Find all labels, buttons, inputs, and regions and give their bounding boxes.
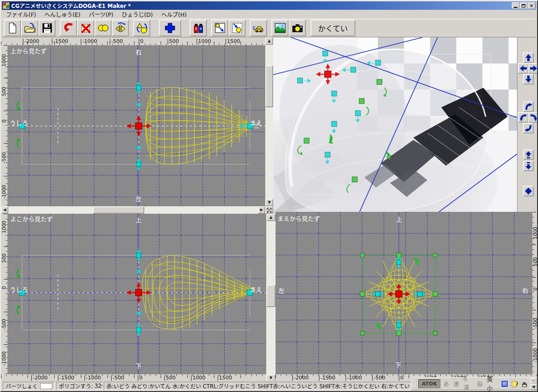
ruler-front-view-vertical: 10005000-500-1000: [532, 212, 538, 374]
confirm-button[interactable]: かくてい: [311, 20, 355, 36]
mirror-button[interactable]: [112, 20, 129, 36]
fit-view-button[interactable]: [265, 206, 273, 214]
ruler-tick-label: -500: [1, 152, 7, 163]
scroll-down-button[interactable]: ▼: [265, 199, 273, 206]
move-icon: [231, 22, 243, 34]
minimize-button[interactable]: [512, 2, 519, 9]
mirror-icon: [114, 22, 127, 34]
polygon-count-value: 326: [95, 383, 103, 389]
menu-item-display[interactable]: ひょうじ(D): [118, 9, 157, 19]
atok-menu-button[interactable]: [501, 379, 509, 388]
scroll-up-button[interactable]: ▲: [265, 37, 273, 45]
atok-mode-eisho[interactable]: 英小: [485, 375, 499, 392]
scale-handle[interactable]: [20, 124, 25, 129]
side-view-canvas[interactable]: よこから見たず 上 下 うしろ まえ: [7, 214, 266, 374]
render-button[interactable]: [289, 20, 306, 36]
section-handle[interactable]: [137, 146, 141, 149]
undo-button[interactable]: [60, 20, 77, 36]
preview-3d-canvas[interactable]: [273, 37, 517, 212]
pan-left-button[interactable]: [518, 63, 529, 74]
open-icon: [24, 22, 36, 34]
convert-button[interactable]: [133, 20, 150, 36]
new-button[interactable]: [4, 20, 21, 36]
window-title: CGアニメせいさくシステムDOGA-E1 Maker *: [11, 2, 511, 9]
help-text: 赤:いどう みどり:かいてん 水:かくだい CTRL:グリッドむこう SHIFT…: [106, 382, 410, 390]
fit-view-icon: [267, 208, 272, 213]
zoom-in-button[interactable]: [523, 149, 534, 160]
ruler-tick-label: 500: [1, 253, 7, 263]
ruler-tick-label: 1000: [1, 54, 7, 67]
top-view-canvas[interactable]: 上から見たず 右 左 うしろ まえ: [7, 45, 265, 206]
add-part-button[interactable]: [159, 20, 181, 36]
ruler-tick-label: -500: [532, 318, 538, 329]
ruler-tick-label: -1500: [52, 39, 68, 44]
rotate-right-button[interactable]: [528, 112, 538, 123]
atok-title[interactable]: ATOK: [418, 379, 440, 388]
pan-up-button[interactable]: [523, 52, 534, 63]
open-button[interactable]: [21, 20, 38, 36]
front-view-canvas[interactable]: まえから見たず 上 下 左 右: [276, 212, 532, 374]
reset-view-button[interactable]: [523, 186, 534, 196]
scale-handle[interactable]: [247, 290, 253, 295]
paint-button[interactable]: [190, 20, 207, 36]
atok-mode-kana[interactable]: あ: [442, 379, 451, 388]
atok-mode-general[interactable]: 般: [475, 379, 484, 388]
delete-button[interactable]: [77, 20, 94, 36]
diamond-icon: [524, 187, 532, 195]
atok-memo-button[interactable]: [510, 379, 519, 388]
scroll-thumb[interactable]: [266, 285, 276, 307]
background-button[interactable]: [271, 20, 289, 36]
memo-icon: [511, 380, 518, 387]
close-button[interactable]: ×: [528, 2, 535, 9]
rotate-right-icon: [530, 113, 538, 121]
atok-hand-button[interactable]: [520, 379, 529, 388]
menu-bar: ファイル(F) へんしゅう(E) パーツ(P) ひょうじ(D) ヘルプ(H): [2, 10, 536, 19]
undo-icon: [63, 22, 75, 34]
atok-grip[interactable]: [413, 379, 416, 388]
application-window: CGアニメせいさくシステムDOGA-E1 Maker * × ファイル(F) へ…: [0, 0, 538, 392]
rotate-left-button[interactable]: [518, 112, 529, 123]
atok-mode-rkan[interactable]: R漢: [462, 376, 474, 392]
save-button[interactable]: [38, 20, 56, 36]
atok-collapse-button[interactable]: ◀: [530, 384, 537, 390]
section-handle[interactable]: [137, 103, 141, 106]
scale-handle[interactable]: [20, 290, 25, 295]
view-navigation-panel: [517, 37, 538, 212]
viewport-front-region: まえから見たず 上 下 左 右 10005000-500-1000 -2000-…: [276, 212, 538, 383]
rotate-up-button[interactable]: [523, 101, 534, 112]
zoom-out-button[interactable]: [523, 161, 534, 171]
section-handle[interactable]: [137, 270, 141, 273]
scroll-left-button[interactable]: ◀: [1, 206, 8, 214]
menu-item-edit[interactable]: へんしゅう(E): [40, 9, 85, 19]
ruler-top-view-vertical: 10005000-500-1000: [1, 45, 7, 206]
scroll-thumb[interactable]: [265, 65, 273, 107]
scroll-thumb[interactable]: [93, 206, 144, 214]
ruler-tick-label: -1000: [81, 39, 97, 44]
ruler-tick-label: -1000: [1, 351, 7, 366]
atok-mode-renbun[interactable]: 連: [452, 379, 460, 388]
menu-item-help[interactable]: ヘルプ(H): [157, 9, 191, 19]
ruler-tick-label: 1000: [532, 227, 538, 239]
scale-button[interactable]: [211, 20, 228, 36]
ruler-side-view-vertical: 10005000-500-1000: [1, 214, 7, 374]
part-color-swatch[interactable]: [40, 383, 52, 389]
ruler-tick-label: -500: [372, 375, 385, 381]
duplicate-button[interactable]: [94, 20, 112, 36]
pan-down-button[interactable]: [523, 74, 534, 84]
restore-button[interactable]: [520, 2, 527, 9]
scroll-right-button[interactable]: ▶: [258, 206, 265, 214]
menu-item-parts[interactable]: パーツ(P): [85, 9, 117, 19]
ruler-top-view-horizontal: -2000-1500-1000-500050010001500: [1, 37, 265, 45]
rotate-left-icon: [519, 113, 527, 121]
scroll-up-button[interactable]: ▲: [266, 214, 276, 221]
section-handle[interactable]: [137, 312, 141, 315]
rotate-down-button[interactable]: [523, 123, 534, 133]
arrow-up-icon: [524, 54, 532, 62]
pan-right-button[interactable]: [528, 63, 538, 74]
atok-minimize-button[interactable]: −: [530, 378, 537, 384]
menu-item-file[interactable]: ファイル(F): [2, 9, 40, 19]
ruler-tick-label: 1500: [226, 39, 240, 44]
scale-icon: [214, 22, 226, 34]
move-button[interactable]: [228, 20, 246, 36]
motion-button[interactable]: [250, 20, 267, 36]
